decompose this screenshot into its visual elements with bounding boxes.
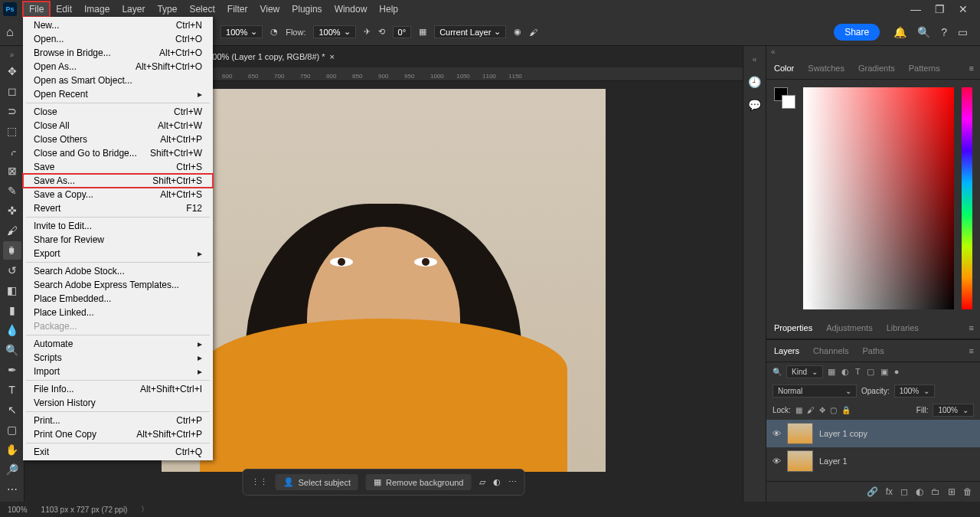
pressure-size-icon[interactable]: ◉ bbox=[514, 27, 521, 37]
file-menu-close-others[interactable]: Close OthersAlt+Ctrl+P bbox=[23, 133, 213, 146]
angle-icon[interactable]: ⟲ bbox=[378, 27, 385, 37]
edit-toolbar[interactable]: ⋯ bbox=[3, 480, 21, 499]
layer-opacity-value[interactable]: 100% ⌄ bbox=[894, 384, 936, 398]
menu-type[interactable]: Type bbox=[151, 2, 183, 17]
file-menu-exit[interactable]: ExitCtrl+Q bbox=[23, 445, 213, 459]
file-menu-print[interactable]: Print...Ctrl+P bbox=[23, 414, 213, 427]
menu-layer[interactable]: Layer bbox=[116, 2, 151, 17]
rectangle-tool[interactable]: ▢ bbox=[3, 420, 21, 439]
move-tool[interactable]: ✥ bbox=[3, 62, 21, 80]
layer-thumbnail[interactable] bbox=[787, 423, 813, 444]
filter-adjust-icon[interactable]: ◐ bbox=[841, 367, 849, 377]
menu-filter[interactable]: Filter bbox=[221, 2, 254, 17]
type-tool[interactable]: T bbox=[3, 381, 21, 399]
file-menu-place-linked[interactable]: Place Linked... bbox=[23, 306, 213, 319]
layer-style-icon[interactable]: fx bbox=[886, 486, 893, 497]
filter-type-icon[interactable]: T bbox=[855, 367, 861, 377]
file-menu-export[interactable]: Export bbox=[23, 247, 213, 260]
remove-background-button[interactable]: ▦Remove background bbox=[366, 474, 472, 490]
tab-adjustments[interactable]: Adjustments bbox=[825, 320, 874, 335]
lock-transparency-icon[interactable]: ▦ bbox=[795, 406, 802, 414]
tab-properties[interactable]: Properties bbox=[773, 320, 814, 335]
share-button[interactable]: Share bbox=[834, 24, 880, 41]
lock-position-icon[interactable]: ✥ bbox=[819, 406, 825, 414]
adjustment-icon[interactable]: ◐ bbox=[493, 477, 501, 487]
menu-plugins[interactable]: Plugins bbox=[286, 2, 328, 17]
blur-tool[interactable]: 💧 bbox=[3, 321, 21, 339]
delete-layer-icon[interactable]: 🗑 bbox=[963, 486, 972, 497]
foreground-background-swatch[interactable] bbox=[774, 87, 795, 109]
file-menu-scripts[interactable]: Scripts bbox=[23, 351, 213, 365]
file-menu-file-info[interactable]: File Info...Alt+Shift+Ctrl+I bbox=[23, 382, 213, 396]
file-menu-open-as[interactable]: Open As...Alt+Shift+Ctrl+O bbox=[23, 60, 213, 74]
file-menu-print-one-copy[interactable]: Print One CopyAlt+Shift+Ctrl+P bbox=[23, 427, 213, 441]
file-menu-place-embedded[interactable]: Place Embedded... bbox=[23, 292, 213, 306]
tab-swatches[interactable]: Swatches bbox=[806, 61, 846, 76]
comments-icon[interactable]: 💬 bbox=[748, 99, 761, 111]
tab-libraries[interactable]: Libraries bbox=[885, 320, 920, 335]
zoom-level[interactable]: 100% bbox=[8, 506, 28, 514]
filter-shape-icon[interactable]: ▢ bbox=[867, 367, 874, 377]
file-menu-close-and-go-to-bridge[interactable]: Close and Go to Bridge...Shift+Ctrl+W bbox=[23, 146, 213, 160]
file-menu-open[interactable]: Open...Ctrl+O bbox=[23, 32, 213, 46]
menu-file[interactable]: File bbox=[23, 2, 50, 17]
brush-settings-icon[interactable]: 🖌 bbox=[529, 28, 537, 37]
file-menu-share-for-review[interactable]: Share for Review bbox=[23, 233, 213, 247]
lock-all-icon[interactable]: 🔒 bbox=[841, 406, 851, 414]
lock-artboard-icon[interactable]: ▢ bbox=[830, 406, 837, 414]
fill-value[interactable]: 100% ⌄ bbox=[933, 404, 974, 417]
blend-mode-select[interactable]: Normal ⌄ bbox=[773, 384, 857, 398]
brush-tool[interactable]: 🖌 bbox=[3, 221, 21, 240]
filter-smart-icon[interactable]: ▣ bbox=[880, 367, 888, 377]
healing-tool[interactable]: ✜ bbox=[3, 201, 21, 220]
maximize-icon[interactable]: ❐ bbox=[935, 3, 945, 15]
workspace-icon[interactable]: ▭ bbox=[958, 26, 968, 38]
history-brush-tool[interactable]: ↺ bbox=[3, 261, 21, 280]
history-icon[interactable]: 🕘 bbox=[748, 76, 761, 88]
visibility-icon[interactable]: 👁 bbox=[773, 429, 781, 438]
menu-edit[interactable]: Edit bbox=[50, 2, 78, 17]
crop-tool[interactable]: ⌌ bbox=[3, 142, 21, 160]
panel-collapse-icon[interactable]: « bbox=[766, 46, 980, 57]
visibility-icon[interactable]: 👁 bbox=[773, 456, 781, 466]
link-layers-icon[interactable]: 🔗 bbox=[867, 486, 878, 497]
pressure-opacity-icon[interactable]: ◔ bbox=[270, 27, 278, 37]
menu-window[interactable]: Window bbox=[328, 2, 374, 17]
frame-tool[interactable]: ⊠ bbox=[3, 162, 21, 180]
file-menu-version-history[interactable]: Version History bbox=[23, 396, 213, 410]
file-menu-import[interactable]: Import bbox=[23, 365, 213, 378]
lasso-tool[interactable]: ⊃ bbox=[3, 102, 21, 120]
file-menu-save-as[interactable]: Save As...Shift+Ctrl+S bbox=[23, 174, 213, 188]
transform-icon[interactable]: ▱ bbox=[479, 477, 485, 487]
minimize-icon[interactable]: — bbox=[910, 3, 921, 15]
color-field[interactable] bbox=[803, 87, 954, 309]
file-menu-search-adobe-express-templates[interactable]: Search Adobe Express Templates... bbox=[23, 278, 213, 292]
drag-handle-icon[interactable]: ⋮⋮ bbox=[251, 477, 268, 487]
filter-toggle-icon[interactable]: ● bbox=[894, 367, 900, 377]
path-select-tool[interactable]: ↖ bbox=[3, 401, 21, 419]
file-menu-new[interactable]: New...Ctrl+N bbox=[23, 18, 213, 32]
panel-menu-icon[interactable]: ≡ bbox=[969, 346, 974, 355]
angle-value[interactable]: 0° bbox=[393, 26, 412, 38]
select-subject-button[interactable]: 👤Select subject bbox=[276, 474, 358, 490]
eraser-tool[interactable]: ◧ bbox=[3, 281, 21, 299]
tab-patterns[interactable]: Patterns bbox=[907, 61, 942, 76]
layer-row[interactable]: 👁Layer 1 bbox=[766, 447, 980, 475]
close-icon[interactable]: ✕ bbox=[959, 3, 968, 15]
layer-scope[interactable]: Current Layer ⌄ bbox=[434, 25, 506, 38]
tab-channels[interactable]: Channels bbox=[812, 343, 850, 358]
align-icon[interactable]: ▦ bbox=[419, 27, 426, 37]
layer-mask-icon[interactable]: ◻ bbox=[900, 486, 908, 497]
menu-view[interactable]: View bbox=[253, 2, 286, 17]
tab-layers[interactable]: Layers bbox=[773, 343, 801, 358]
help-icon[interactable]: ? bbox=[941, 26, 947, 38]
notifications-icon[interactable]: 🔔 bbox=[893, 26, 906, 38]
home-icon[interactable]: ⌂ bbox=[6, 25, 14, 39]
gradient-tool[interactable]: ▮ bbox=[3, 301, 21, 319]
tab-color[interactable]: Color bbox=[773, 61, 795, 76]
file-menu-invite-to-edit[interactable]: Invite to Edit... bbox=[23, 219, 213, 233]
tab-paths[interactable]: Paths bbox=[861, 343, 886, 358]
filter-pixel-icon[interactable]: ▦ bbox=[828, 367, 835, 377]
file-menu-save[interactable]: SaveCtrl+S bbox=[23, 160, 213, 174]
eyedropper-tool[interactable]: ✎ bbox=[3, 182, 21, 200]
